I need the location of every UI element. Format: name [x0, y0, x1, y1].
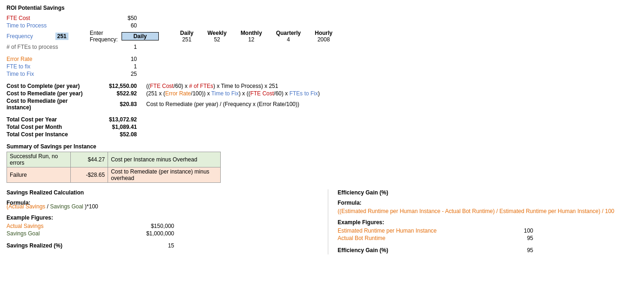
cost-remediate-year-value: $522.92: [90, 90, 146, 97]
frequency-row: Frequency 251 Enter Frequency: Daily Dai…: [7, 30, 332, 43]
cost-complete-row: Cost to Complete (per year) $12,550.00 (…: [7, 83, 332, 89]
weekly-header: Weekly: [207, 30, 226, 36]
failure-label: Failure: [7, 167, 71, 183]
savings-realized-title: Savings Realized Calculation: [7, 189, 323, 196]
formula-time-to-fix: Time to Fix: [211, 90, 239, 97]
frequency-selector: Enter Frequency: Daily: [90, 30, 159, 43]
total-instance-label: Total Cost per Instance: [7, 131, 90, 138]
frequency-label: Frequency: [7, 33, 41, 40]
hourly-header: Hourly: [315, 30, 332, 36]
total-month-label: Total Cost per Month: [7, 124, 90, 130]
savings-result-label: Savings Realized (%): [7, 242, 137, 249]
cost-complete-value: $12,550.00: [90, 83, 146, 89]
time-to-process-row: Time to Process 60: [7, 22, 332, 29]
time-to-fix-label: Time to Fix: [7, 71, 90, 77]
efficiency-section: Efficiency Gain (%) Formula: ((Estimated…: [328, 189, 637, 254]
savings-section: Savings Realized Calculation Formula: Ac…: [7, 189, 323, 254]
cost-complete-formula: ((FTE Cost/60) x # of FTEs) x Time to Pr…: [146, 83, 278, 89]
formula-num-ftes: # of FTEs: [189, 83, 213, 89]
formula-fte-cost: FTE Cost: [150, 83, 174, 89]
runtime-human-row: Estimated Runtime per Human Instance 100: [338, 227, 637, 234]
actual-savings-row: Actual Savings $150,000: [7, 223, 323, 229]
savings-example-title: Example Figures:: [7, 214, 323, 221]
main-container: ROI Potential Savings FTE Cost $50 Time …: [7, 5, 637, 254]
success-value: $44.27: [71, 152, 108, 167]
frequency-dropdown[interactable]: Daily: [122, 32, 159, 40]
success-label: Successful Run, no errors: [7, 152, 71, 167]
time-to-process-value: 60: [90, 22, 146, 29]
bottom-layout: Savings Realized Calculation Formula: Ac…: [7, 189, 637, 254]
failure-value: -$28.65: [71, 167, 108, 183]
monthly-col: Monthly 12: [241, 30, 262, 43]
total-instance-value: $52.08: [90, 131, 146, 138]
time-to-fix-row: Time to Fix 25: [7, 71, 332, 77]
savings-goal-row: Savings Goal $1,000,000: [7, 230, 323, 237]
efficiency-title: Efficiency Gain (%): [338, 189, 637, 196]
daily-value: 251: [182, 36, 191, 43]
formula-error-rate: Error Rate: [165, 90, 191, 97]
quarterly-header: Quarterly: [276, 30, 301, 36]
success-row: Successful Run, no errors $44.27 Cost pe…: [7, 152, 221, 167]
fte-to-fix-value: 1: [90, 63, 146, 70]
cost-remediate-instance-formula: Cost to Remediate (per year) / (Frequenc…: [146, 101, 299, 107]
bot-runtime-row: Actual Bot Runtime 95: [338, 235, 637, 241]
fte-to-fix-label: FTE to fix: [7, 63, 90, 70]
hourly-value: 2008: [318, 36, 330, 43]
actual-savings-label: Actual Savings: [7, 223, 137, 229]
error-rate-row: Error Rate 10: [7, 56, 332, 62]
total-instance-row: Total Cost per Instance $52.08: [7, 131, 332, 138]
time-to-fix-value: 25: [90, 71, 146, 77]
monthly-header: Monthly: [241, 30, 262, 36]
page-title: ROI Potential Savings: [7, 5, 637, 11]
cost-remediate-instance-row: Cost to Remediate (per instance) $20.83 …: [7, 98, 332, 111]
efficiency-result-row: Efficiency Gain (%) 95: [338, 247, 637, 254]
num-ftes-value: 1: [90, 44, 146, 50]
savings-goal-value: $1,000,000: [137, 230, 174, 237]
monthly-value: 12: [248, 36, 254, 43]
quarterly-value: 4: [287, 36, 290, 43]
bot-runtime-value: 95: [496, 235, 533, 241]
frequency-value: 251: [49, 33, 78, 40]
total-year-label: Total Cost per Year: [7, 116, 90, 123]
failure-row: Failure -$28.65 Cost to Remediate (per i…: [7, 167, 221, 183]
cost-remediate-instance-value: $20.83: [90, 101, 146, 107]
num-ftes-label: # of FTEs to process: [7, 44, 90, 50]
hourly-col: Hourly 2008: [315, 30, 332, 43]
enter-frequency-label: Enter Frequency:: [90, 30, 118, 43]
bot-runtime-label: Actual Bot Runtime: [338, 235, 496, 241]
time-to-process-label: Time to Process: [7, 22, 90, 29]
summary-title: Summary of Savings per Instance: [7, 143, 332, 150]
left-panel: FTE Cost $50 Time to Process 60 Frequenc…: [7, 15, 332, 183]
daily-col: Daily 251: [180, 30, 194, 43]
efficiency-result-label: Efficiency Gain (%): [338, 247, 496, 254]
actual-savings-value: $150,000: [137, 223, 174, 229]
fte-cost-row: FTE Cost $50: [7, 15, 332, 21]
success-desc: Cost per Instance minus Overhead: [108, 152, 221, 167]
cost-complete-label: Cost to Complete (per year): [7, 83, 90, 89]
savings-result-value: 15: [137, 242, 174, 249]
cost-remediate-instance-label: Cost to Remediate (per instance): [7, 98, 90, 111]
error-rate-value: 10: [90, 56, 146, 62]
efficiency-formula-title: Formula:: [338, 200, 637, 206]
runtime-human-label: Estimated Runtime per Human Instance: [338, 227, 496, 234]
savings-table: Successful Run, no errors $44.27 Cost pe…: [7, 152, 221, 183]
num-ftes-row: # of FTEs to process 1: [7, 44, 332, 50]
total-month-value: $1,089.41: [90, 124, 146, 130]
savings-result-row: Savings Realized (%) 15: [7, 242, 323, 249]
runtime-human-value: 100: [496, 227, 533, 234]
total-year-row: Total Cost per Year $13,072.92: [7, 116, 332, 123]
efficiency-example-title: Example Figures:: [338, 219, 637, 226]
fte-to-fix-row: FTE to fix 1: [7, 63, 332, 70]
weekly-value: 52: [214, 36, 220, 43]
formula-fte-cost2: FTE Cost: [250, 90, 274, 97]
frequency-highlighted: 251: [55, 33, 68, 40]
savings-formula-full: (Actual Savings / Savings Goal )*100: [7, 203, 323, 210]
frequency-table: Daily 251 Weekly 52 Monthly 12 Quarterly…: [180, 30, 332, 43]
fte-cost-value: $50: [90, 15, 146, 21]
quarterly-col: Quarterly 4: [276, 30, 301, 43]
total-year-value: $13,072.92: [90, 116, 146, 123]
efficiency-formula-text: ((Estimated Runtime per Human Instance -…: [338, 208, 637, 214]
formula-ftes-to-fix: FTEs to Fix: [289, 90, 318, 97]
cost-remediate-year-label: Cost to Remediate (per year): [7, 90, 90, 97]
failure-desc: Cost to Remediate (per instance) minus o…: [108, 167, 221, 183]
